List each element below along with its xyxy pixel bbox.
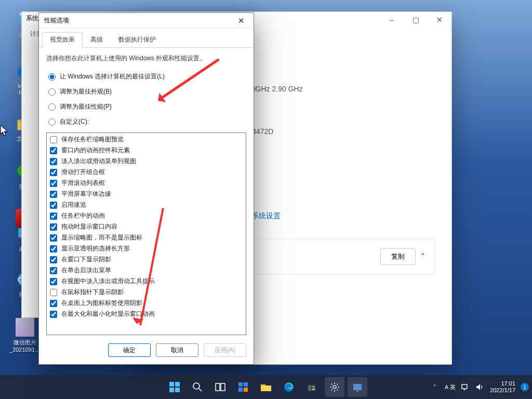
- cursor-icon: [0, 125, 8, 137]
- effects-checklist[interactable]: 保存任务栏缩略图预览窗口内的动画控件和元素淡入淡出或滑动菜单到视图滑动打开组合框…: [46, 132, 246, 335]
- task-view-button[interactable]: [210, 377, 230, 397]
- svg-rect-14: [238, 382, 243, 387]
- tray-overflow-icon[interactable]: ˄: [430, 382, 440, 392]
- tab-strip: 视觉效果 高级 数据执行保护: [39, 29, 254, 48]
- effect-checkbox-item[interactable]: 启用速览: [49, 200, 244, 210]
- svg-point-11: [193, 383, 200, 389]
- minimize-button[interactable]: –: [380, 12, 404, 28]
- effect-checkbox[interactable]: [50, 202, 57, 209]
- effect-checkbox-label: 滑动打开组合框: [61, 168, 105, 177]
- clock[interactable]: 17:01 2022/1/17: [490, 380, 515, 393]
- radio-let-windows-choose[interactable]: 让 Windows 选择计算机的最佳设置(L): [48, 72, 246, 81]
- radio-custom[interactable]: 自定义(C):: [48, 117, 246, 126]
- effect-checkbox-item[interactable]: 在视图中淡入淡出或滑动工具提示: [49, 276, 244, 287]
- effect-checkbox[interactable]: [50, 223, 57, 231]
- edge-button[interactable]: [279, 377, 299, 397]
- clock-time: 17:01: [490, 380, 515, 387]
- effect-checkbox-item[interactable]: 显示亚透明的选择长方形: [49, 243, 244, 254]
- svg-rect-15: [244, 382, 248, 387]
- svg-rect-22: [309, 389, 311, 390]
- effect-checkbox[interactable]: [50, 245, 57, 252]
- effect-checkbox-item[interactable]: 显示缩略图，而不是显示图标: [49, 232, 244, 243]
- chevron-up-icon: ˄: [421, 252, 425, 262]
- effect-checkbox-item[interactable]: 在最大化和最小化时显示窗口动画: [49, 309, 244, 320]
- ok-button[interactable]: 确定: [108, 343, 151, 357]
- settings-button[interactable]: [325, 377, 344, 397]
- effect-checkbox[interactable]: [50, 191, 57, 198]
- svg-point-24: [333, 385, 336, 389]
- effect-checkbox[interactable]: [50, 147, 57, 154]
- desktop-icon-image[interactable]: 微信图片 _2021091…: [7, 317, 43, 353]
- network-icon[interactable]: [461, 382, 470, 392]
- effect-checkbox[interactable]: [50, 278, 57, 285]
- effect-checkbox-label: 窗口内的动画控件和元素: [61, 146, 130, 155]
- close-button[interactable]: ✕: [428, 12, 451, 28]
- effect-checkbox-item[interactable]: 任务栏中的动画: [49, 210, 244, 221]
- effect-checkbox-label: 淡入淡出或滑动菜单到视图: [61, 157, 136, 166]
- effect-checkbox-label: 任务栏中的动画: [61, 211, 105, 220]
- effect-checkbox[interactable]: [50, 180, 57, 187]
- svg-rect-27: [462, 384, 467, 389]
- svg-rect-10: [175, 388, 180, 392]
- svg-rect-12: [216, 383, 220, 391]
- start-button[interactable]: [165, 377, 184, 397]
- effect-checkbox-label: 平滑滚动列表框: [61, 179, 105, 188]
- effect-checkbox-item[interactable]: 在单击后淡出菜单: [49, 265, 244, 276]
- widgets-button[interactable]: [233, 377, 253, 397]
- effect-checkbox-item[interactable]: 平滑滚动列表框: [49, 178, 244, 189]
- effect-checkbox-item[interactable]: 滑动打开组合框: [49, 167, 244, 178]
- effect-checkbox-label: 在鼠标指针下显示阴影: [61, 288, 124, 297]
- effect-checkbox[interactable]: [50, 311, 57, 318]
- performance-options-dialog: 性能选项 ✕ 视觉效果 高级 数据执行保护 选择你想在此计算机上使用的 Wind…: [38, 12, 254, 365]
- effect-checkbox-label: 拖动时显示窗口内容: [61, 222, 117, 231]
- effect-checkbox-item[interactable]: 窗口内的动画控件和元素: [49, 145, 244, 156]
- svg-rect-9: [169, 388, 174, 392]
- effect-checkbox-item[interactable]: 在窗口下显示阴影: [49, 254, 244, 265]
- notification-badge[interactable]: 1: [521, 383, 529, 391]
- svg-rect-25: [353, 384, 362, 390]
- effect-checkbox[interactable]: [50, 212, 57, 220]
- ime-indicator[interactable]: A 英: [445, 383, 456, 391]
- apply-button[interactable]: 应用(A): [204, 343, 246, 357]
- radio-best-performance[interactable]: 调整为最佳性能(P): [48, 102, 246, 111]
- clock-date: 2022/1/17: [490, 387, 515, 394]
- effect-checkbox[interactable]: [50, 267, 57, 274]
- effect-checkbox[interactable]: [50, 234, 57, 242]
- tab-advanced[interactable]: 高级: [83, 32, 111, 48]
- effect-checkbox[interactable]: [50, 158, 57, 165]
- svg-rect-13: [221, 383, 225, 391]
- effect-checkbox-label: 显示缩略图，而不是显示图标: [61, 233, 142, 242]
- taskbar-app-icon[interactable]: [348, 377, 367, 397]
- copy-button[interactable]: 复制: [380, 248, 416, 265]
- svg-rect-17: [244, 388, 248, 392]
- effect-checkbox[interactable]: [50, 136, 57, 143]
- effect-checkbox-item[interactable]: 淡入淡出或滑动菜单到视图: [49, 156, 244, 167]
- effect-checkbox[interactable]: [50, 169, 57, 176]
- explorer-button[interactable]: [256, 377, 276, 397]
- tab-visual-effects[interactable]: 视觉效果: [42, 32, 83, 48]
- effect-checkbox[interactable]: [50, 300, 57, 307]
- cancel-button[interactable]: 取消: [156, 343, 198, 357]
- effect-checkbox-label: 在单击后淡出菜单: [61, 266, 111, 275]
- taskbar: ˄ A 英 17:01 2022/1/17 1: [0, 375, 532, 399]
- effect-checkbox-item[interactable]: 平滑屏幕字体边缘: [49, 189, 244, 200]
- close-button[interactable]: ✕: [230, 14, 252, 28]
- effect-checkbox[interactable]: [50, 289, 57, 296]
- effect-checkbox-label: 显示亚透明的选择长方形: [61, 244, 130, 253]
- tab-dep[interactable]: 数据执行保护: [111, 32, 164, 48]
- effect-checkbox-label: 启用速览: [61, 201, 86, 209]
- maximize-button[interactable]: ▢: [404, 12, 428, 28]
- svg-rect-20: [309, 386, 311, 388]
- effect-checkbox-item[interactable]: 拖动时显示窗口内容: [49, 221, 244, 232]
- store-button[interactable]: [302, 377, 322, 397]
- svg-rect-23: [312, 389, 315, 390]
- effect-checkbox-label: 平滑屏幕字体边缘: [61, 190, 111, 198]
- svg-rect-21: [312, 386, 315, 388]
- radio-best-appearance[interactable]: 调整为最佳外观(B): [48, 87, 246, 96]
- effect-checkbox-item[interactable]: 保存任务栏缩略图预览: [49, 134, 244, 145]
- volume-icon[interactable]: [475, 382, 485, 392]
- search-button[interactable]: [188, 377, 207, 397]
- effect-checkbox[interactable]: [50, 256, 57, 263]
- effect-checkbox-label: 在桌面上为图标标签使用阴影: [61, 299, 142, 308]
- svg-rect-19: [308, 384, 316, 391]
